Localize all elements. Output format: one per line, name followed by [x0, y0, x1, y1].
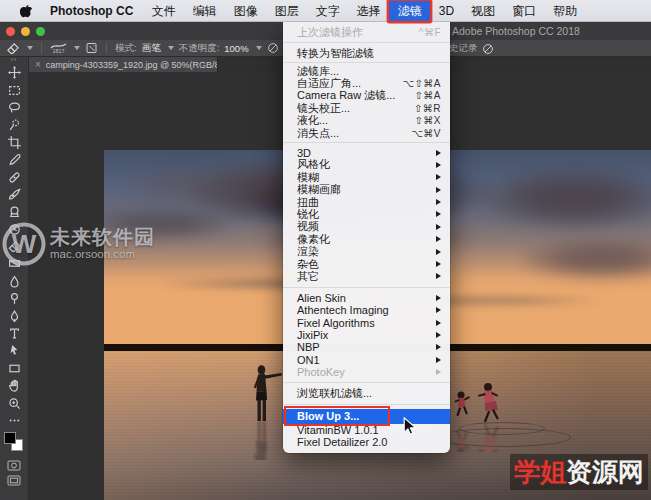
- more-tools[interactable]: [0, 412, 28, 429]
- menu-item-label: 其它: [297, 269, 319, 284]
- menu-item-label: JixiPix: [297, 329, 328, 341]
- brush-preset-picker[interactable]: 1817: [50, 42, 67, 55]
- filter-menu-item[interactable]: PhotoKey: [283, 366, 450, 378]
- menubar-item[interactable]: 滤镜: [389, 1, 430, 21]
- chevron-down-icon[interactable]: [27, 46, 33, 50]
- menu-item-label: VitaminBW 1.0.1: [297, 424, 379, 436]
- filter-menu-item[interactable]: Fixel Algorithms: [283, 316, 450, 328]
- submenu-arrow-icon: [436, 174, 441, 180]
- type-tool[interactable]: [0, 325, 28, 342]
- submenu-arrow-icon: [436, 369, 441, 375]
- toolbar-collapse-handle[interactable]: ››: [0, 57, 28, 64]
- menubar-item[interactable]: 文件: [143, 1, 184, 21]
- filter-menu-item[interactable]: ON1: [283, 354, 450, 366]
- filter-menu-item[interactable]: 消失点...⌥⌘V: [283, 127, 450, 139]
- filter-menu-item[interactable]: 其它: [283, 270, 450, 282]
- zoom-window-button[interactable]: [36, 27, 45, 36]
- menu-separator: [283, 287, 450, 288]
- menu-item-shortcut: ⌥⇧⌘A: [402, 78, 441, 89]
- filter-menu-item[interactable]: 浏览联机滤镜...: [283, 387, 450, 399]
- marquee-tool[interactable]: [0, 81, 28, 98]
- zoom-tool[interactable]: [0, 394, 28, 411]
- filter-menu-item[interactable]: 转换为智能滤镜: [283, 46, 450, 60]
- menubar-item[interactable]: 文字: [307, 1, 348, 21]
- menubar-item[interactable]: 图像: [225, 1, 266, 21]
- menubar-item[interactable]: 窗口: [504, 1, 545, 21]
- filter-menu-item[interactable]: VitaminBW 1.0.1: [283, 424, 450, 436]
- menubar-app-name[interactable]: Photoshop CC: [40, 4, 143, 18]
- screen-mode-button[interactable]: [0, 473, 28, 488]
- move-tool[interactable]: [0, 64, 28, 81]
- tab-title: camping-4303359_1920.jpg @ 50%(RGB/8#): [46, 60, 217, 70]
- boy-silhouette: [248, 364, 284, 460]
- menu-item-label: Fixel Detailizer 2.0: [297, 436, 387, 448]
- dodge-tool[interactable]: [0, 290, 28, 307]
- close-window-button[interactable]: [6, 27, 15, 36]
- watermark-corner-part1: 学姐: [514, 457, 566, 487]
- filter-dropdown-menu: 上次滤镜操作^⌘F转换为智能滤镜滤镜库...自适应广角...⌥⇧⌘ACamera…: [283, 22, 450, 453]
- traffic-lights: [6, 27, 45, 36]
- foreground-color-swatch[interactable]: [4, 432, 16, 444]
- pen-tool[interactable]: [0, 307, 28, 324]
- hand-tool[interactable]: [0, 377, 28, 394]
- filter-menu-item[interactable]: JixiPix: [283, 329, 450, 341]
- blur-tool[interactable]: [0, 273, 28, 290]
- chevron-down-icon[interactable]: [168, 46, 174, 50]
- submenu-arrow-icon: [436, 150, 441, 156]
- menu-item-label: 浏览联机滤镜...: [297, 386, 372, 401]
- menubar-item[interactable]: 编辑: [184, 1, 225, 21]
- brush-panel-toggle-icon[interactable]: [85, 42, 98, 54]
- lasso-tool[interactable]: [0, 99, 28, 116]
- crop-tool[interactable]: [0, 134, 28, 151]
- photoshop-screen: Adobe Photoshop CC 2018 1817 模式: 画笔 不透明度…: [0, 0, 651, 500]
- menubar-item[interactable]: 3D: [430, 1, 462, 21]
- macos-menubar: Photoshop CC 文件编辑图像图层文字选择滤镜3D视图窗口帮助: [0, 0, 651, 22]
- filter-menu-item[interactable]: Blow Up 3...: [283, 409, 450, 424]
- shape-tool[interactable]: [0, 360, 28, 377]
- tab-close-icon[interactable]: ×: [35, 60, 41, 70]
- chevron-down-icon[interactable]: [256, 46, 262, 50]
- menu-separator: [283, 404, 450, 405]
- eraser-tool-icon[interactable]: [6, 42, 20, 55]
- menu-separator: [283, 382, 450, 383]
- menubar-item[interactable]: 视图: [463, 1, 504, 21]
- quick-selection-tool[interactable]: [0, 116, 28, 133]
- quick-mask-button[interactable]: [0, 458, 28, 473]
- submenu-arrow-icon: [436, 224, 441, 230]
- mode-label: 模式:: [115, 42, 137, 55]
- airbrush-icon[interactable]: [482, 43, 494, 55]
- path-selection-tool[interactable]: [0, 342, 28, 359]
- document-tab[interactable]: × camping-4303359_1920.jpg @ 50%(RGB/8#): [28, 57, 218, 72]
- chevron-down-icon[interactable]: [74, 46, 80, 50]
- submenu-arrow-icon: [436, 320, 441, 326]
- menu-item-shortcut: ⌥⌘V: [411, 128, 441, 139]
- watermark-orsoon-name: 未来软件园: [50, 227, 155, 247]
- opacity-dropdown[interactable]: 100%: [224, 43, 248, 54]
- filter-menu-item[interactable]: NBP: [283, 341, 450, 353]
- filter-menu-item[interactable]: Alien Skin: [283, 292, 450, 304]
- submenu-arrow-icon: [436, 261, 441, 267]
- apple-logo-icon[interactable]: [12, 4, 40, 18]
- menubar-item[interactable]: 帮助: [545, 1, 586, 21]
- pressure-opacity-icon[interactable]: [267, 42, 279, 54]
- submenu-arrow-icon: [436, 162, 441, 168]
- menu-item-label: ON1: [297, 354, 320, 366]
- menu-item-shortcut: ⇧⌘A: [414, 90, 441, 101]
- healing-brush-tool[interactable]: [0, 168, 28, 185]
- minimize-window-button[interactable]: [21, 27, 30, 36]
- clone-stamp-tool[interactable]: [0, 203, 28, 220]
- submenu-arrow-icon: [436, 273, 441, 279]
- erase-to-history-fragment[interactable]: 史记录: [449, 42, 478, 55]
- filter-menu-item[interactable]: Athentech Imaging: [283, 304, 450, 316]
- menu-item-label: 消失点...: [297, 126, 339, 141]
- menubar-item[interactable]: 图层: [266, 1, 307, 21]
- brush-tool[interactable]: [0, 186, 28, 203]
- menubar-item[interactable]: 选择: [348, 1, 389, 21]
- eyedropper-tool[interactable]: [0, 151, 28, 168]
- submenu-arrow-icon: [436, 211, 441, 217]
- submenu-arrow-icon: [436, 332, 441, 338]
- mode-dropdown[interactable]: 画笔: [142, 42, 161, 55]
- svg-text:W: W: [12, 229, 37, 259]
- filter-menu-item[interactable]: 上次滤镜操作^⌘F: [283, 25, 450, 39]
- filter-menu-item[interactable]: Fixel Detailizer 2.0: [283, 436, 450, 448]
